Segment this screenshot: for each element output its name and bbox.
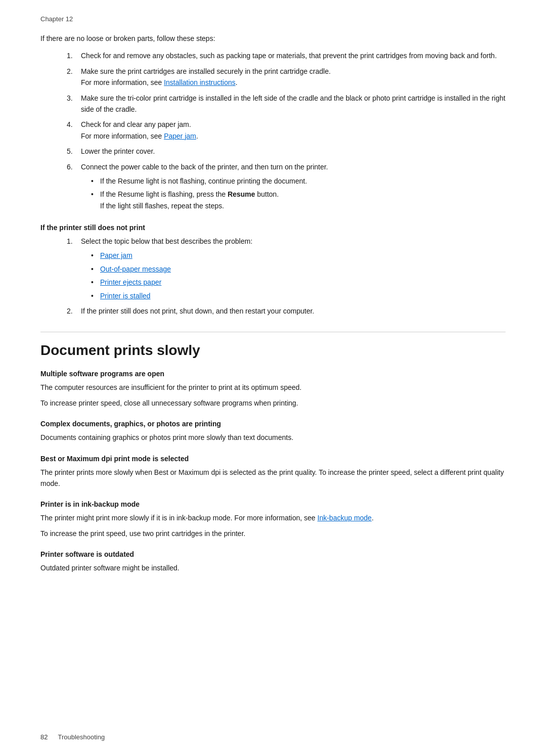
installation-instructions-link[interactable]: Installation instructions: [164, 78, 236, 86]
step-2-text: Make sure the print cartridges are insta…: [81, 67, 331, 86]
step-3: Make sure the tri-color print cartridge …: [81, 93, 506, 115]
step-1: Check for and remove any obstacles, such…: [81, 50, 506, 61]
subsection-outdated-software: Printer software is outdated Outdated pr…: [40, 550, 506, 573]
subsection-5-para-1: Outdated printer software might be insta…: [40, 562, 506, 573]
topic-link-3: Printer ejects paper: [91, 277, 506, 288]
subsection-best-dpi: Best or Maximum dpi print mode is select…: [40, 455, 506, 490]
sub-bullet-2: If the Resume light is flashing, press t…: [91, 189, 506, 211]
subsection-heading-3: Best or Maximum dpi print mode is select…: [40, 455, 506, 463]
still-step-1: Select the topic below that best describ…: [81, 236, 506, 301]
topic-link-2: Out-of-paper message: [91, 263, 506, 275]
still-step-1-text: Select the topic below that best describ…: [81, 237, 252, 245]
subsection-4-para-1: The printer might print more slowly if i…: [40, 512, 506, 523]
subsection-heading-1: Multiple software programs are open: [40, 370, 506, 378]
subsection-heading-2: Complex documents, graphics, or photos a…: [40, 420, 506, 428]
still-step-2-text: If the printer still does not print, shu…: [81, 307, 314, 315]
page-footer: 82 Troubleshooting: [40, 733, 506, 741]
subsection-complex-docs: Complex documents, graphics, or photos a…: [40, 420, 506, 443]
topic-link-4: Printer is stalled: [91, 290, 506, 301]
sub-bullet-1: If the Resume light is not flashing, con…: [91, 175, 506, 187]
still-not-print-list: Select the topic below that best describ…: [81, 236, 506, 317]
step-4: Check for and clear any paper jam. For m…: [81, 119, 506, 142]
steps-list: Check for and remove any obstacles, such…: [81, 50, 506, 211]
step-2: Make sure the print cartridges are insta…: [81, 66, 506, 88]
subsection-heading-5: Printer software is outdated: [40, 550, 506, 558]
step-5-text: Lower the printer cover.: [81, 147, 155, 155]
subsection-heading-4: Printer is in ink-backup mode: [40, 500, 506, 508]
printer-ejects-link[interactable]: Printer ejects paper: [100, 278, 161, 286]
footer-section-label: Troubleshooting: [58, 733, 105, 741]
topic-links-list: Paper jam Out-of-paper message Printer e…: [91, 250, 506, 301]
step-3-text: Make sure the tri-color print cartridge …: [81, 94, 506, 113]
step-4-text: Check for and clear any paper jam. For m…: [81, 120, 198, 140]
still-not-print-heading: If the printer still does not print: [40, 224, 506, 232]
step-5: Lower the printer cover.: [81, 146, 506, 157]
subsection-ink-backup: Printer is in ink-backup mode The printe…: [40, 500, 506, 539]
step-6: Connect the power cable to the back of t…: [81, 161, 506, 212]
ink-backup-mode-link[interactable]: Ink-backup mode: [317, 514, 372, 522]
subsection-2-para-1: Documents containing graphics or photos …: [40, 432, 506, 443]
topic-link-1: Paper jam: [91, 250, 506, 261]
step-6-subbullets: If the Resume light is not flashing, con…: [91, 175, 506, 211]
printer-stalled-link[interactable]: Printer is stalled: [100, 292, 151, 300]
subsection-3-para-1: The printer prints more slowly when Best…: [40, 467, 506, 490]
intro-text: If there are no loose or broken parts, f…: [40, 33, 506, 44]
paper-jam-link-1[interactable]: Paper jam: [164, 132, 196, 140]
document-prints-slowly-heading: Document prints slowly: [40, 332, 506, 359]
subsection-1-para-2: To increase printer speed, close all unn…: [40, 397, 506, 409]
step-6-text: Connect the power cable to the back of t…: [81, 163, 328, 171]
still-step-2: If the printer still does not print, shu…: [81, 305, 506, 317]
footer-page-number: 82: [40, 733, 48, 741]
paper-jam-link-2[interactable]: Paper jam: [100, 251, 132, 259]
step-1-text: Check for and remove any obstacles, such…: [81, 52, 497, 60]
chapter-label: Chapter 12: [40, 15, 506, 23]
subsection-1-para-1: The computer resources are insufficient …: [40, 382, 506, 393]
subsection-4-para-2: To increase the print speed, use two pri…: [40, 528, 506, 539]
subsection-multiple-programs: Multiple software programs are open The …: [40, 370, 506, 409]
out-of-paper-link[interactable]: Out-of-paper message: [100, 265, 171, 273]
